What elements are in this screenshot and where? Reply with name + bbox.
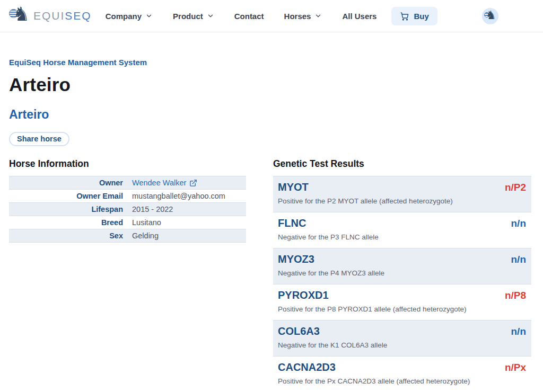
page-title: Arteiro [9, 74, 531, 95]
test-row-cacna2d3: CACNA2D3 n/Px Positive for the Px CACNA2… [273, 356, 531, 392]
owner-profile-link[interactable]: Wendee Walker [132, 179, 197, 187]
row-value: Lusitano [132, 216, 246, 229]
row-label: Owner [9, 176, 132, 190]
chevron-down-icon [314, 12, 322, 20]
row-value: 2015 - 2022 [132, 203, 246, 216]
chevron-down-icon [145, 12, 153, 20]
genetic-test-results-section: Genetic Test Results MYOT n/P2 Positive … [273, 158, 531, 392]
row-value: Gelding [132, 229, 246, 243]
horse-head-icon: ♞ [13, 4, 30, 25]
test-row-col6a3: COL6A3 n/n Negative for the K1 COL6A3 al… [273, 320, 531, 356]
test-result-badge: n/P2 [505, 182, 526, 193]
row-label: Breed [9, 216, 132, 229]
share-horse-button[interactable]: Share horse [9, 132, 69, 146]
test-row-myot: MYOT n/P2 Positive for the P2 MYOT allel… [273, 176, 531, 212]
top-navigation-bar: ♞ EQUISEQ Company Product Contact Horses… [0, 0, 543, 32]
test-description: Negative for the P4 MYOZ3 allele [278, 269, 526, 277]
nav-item-product[interactable]: Product [173, 12, 214, 21]
row-label: Owner Email [9, 190, 132, 203]
table-row-owner-email: Owner Email mustangballet@yahoo.com [9, 190, 246, 203]
brand-wordmark: EQUISEQ [33, 10, 92, 22]
equiseq-horse-logo-icon: ♞ [9, 5, 30, 26]
test-description: Negative for the P3 FLNC allele [278, 233, 526, 241]
table-row-lifespan: Lifespan 2015 - 2022 [9, 203, 246, 216]
row-label: Lifespan [9, 203, 132, 216]
nav-item-horses[interactable]: Horses [284, 12, 322, 21]
test-row-pyroxd1: PYROXD1 n/P8 Positive for the P8 PYROXD1… [273, 284, 531, 320]
main-nav: Company Product Contact Horses All Users [106, 12, 377, 21]
table-row-sex: Sex Gelding [9, 229, 246, 243]
user-avatar[interactable]: ♞ [482, 8, 498, 24]
cart-icon [400, 12, 409, 21]
external-link-icon [189, 179, 197, 187]
table-row-owner: Owner Wendee Walker [9, 176, 246, 190]
test-description: Positive for the Px CACNA2D3 allele (aff… [278, 377, 526, 385]
test-result-badge: n/Px [505, 362, 526, 373]
horse-information-section: Horse Information Owner Wendee Walker [9, 158, 246, 392]
gene-name: CACNA2D3 [278, 361, 336, 373]
test-row-myoz3: MYOZ3 n/n Negative for the P4 MYOZ3 alle… [273, 248, 531, 284]
test-row-flnc: FLNC n/n Negative for the P3 FLNC allele [273, 212, 531, 248]
table-row-breed: Breed Lusitano [9, 216, 246, 229]
test-result-badge: n/n [511, 254, 527, 265]
nav-item-company[interactable]: Company [106, 12, 153, 21]
row-label: Sex [9, 229, 132, 243]
gene-name: COL6A3 [278, 325, 320, 337]
system-home-link[interactable]: EquiSeq Horse Management System [9, 58, 147, 67]
two-column-layout: Horse Information Owner Wendee Walker [9, 158, 531, 392]
nav-item-all-users[interactable]: All Users [342, 12, 376, 21]
gene-name: MYOZ3 [278, 253, 314, 265]
horse-detail-link[interactable]: Arteiro [9, 108, 49, 122]
nav-item-contact[interactable]: Contact [234, 12, 264, 21]
test-description: Negative for the K1 COL6A3 allele [278, 341, 526, 349]
buy-button[interactable]: Buy [391, 7, 437, 25]
test-result-badge: n/P8 [505, 290, 526, 301]
test-description: Positive for the P2 MYOT allele (affecte… [278, 197, 526, 205]
gene-name: MYOT [278, 181, 309, 193]
test-result-badge: n/n [511, 218, 527, 229]
page-content: EquiSeq Horse Management System Arteiro … [0, 32, 543, 392]
chevron-down-icon [207, 12, 214, 20]
row-value: mustangballet@yahoo.com [132, 190, 246, 203]
test-result-badge: n/n [511, 326, 527, 337]
genetic-test-results-heading: Genetic Test Results [273, 158, 531, 170]
horse-head-icon: ♞ [486, 7, 496, 23]
test-description: Positive for the P8 PYROXD1 allele (affe… [278, 305, 526, 313]
gene-name: PYROXD1 [278, 289, 329, 301]
horse-information-table: Owner Wendee Walker Owner Email mustangb… [9, 176, 246, 243]
horse-information-heading: Horse Information [9, 158, 246, 170]
brand-logo[interactable]: ♞ EQUISEQ [9, 5, 92, 26]
gene-name: FLNC [278, 217, 306, 229]
